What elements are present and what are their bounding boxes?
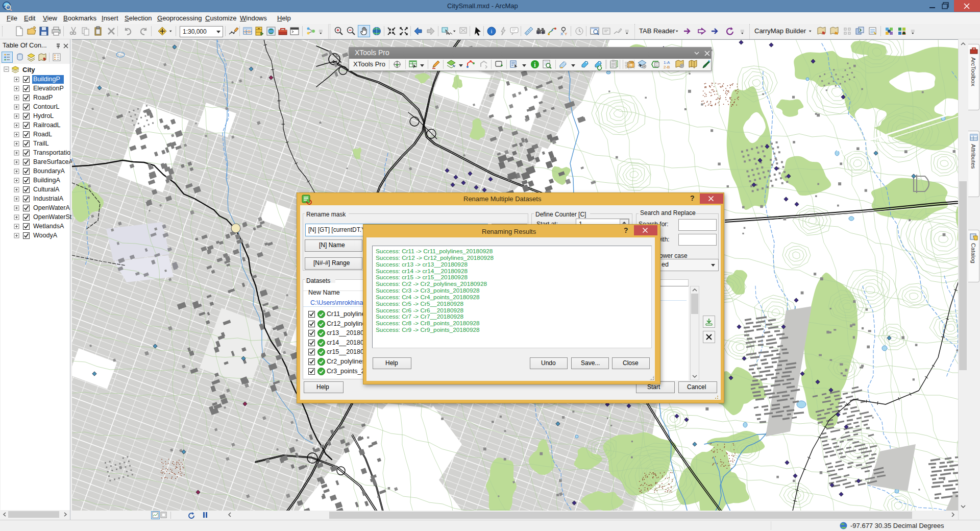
svg-text:i: i [491,28,492,34]
svg-text:SQL: SQL [625,65,632,69]
svg-text:Y: Y [565,32,568,36]
svg-text:X: X [560,32,564,36]
svg-text:2-B: 2-B [664,65,670,69]
svg-text:1-A: 1-A [664,60,670,65]
